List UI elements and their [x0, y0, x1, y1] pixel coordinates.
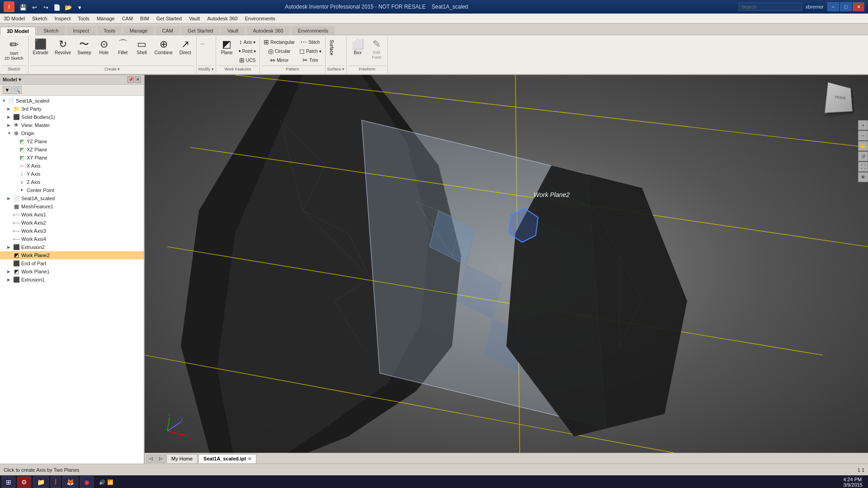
tree-item-mesh-feature1[interactable]: ▦ MeshFeature1: [0, 202, 144, 211]
firefox-button[interactable]: 🦊: [62, 476, 78, 488]
maximize-button[interactable]: □: [840, 2, 852, 11]
tree-expand[interactable]: [13, 164, 18, 168]
vp-tab-close[interactable]: ✕: [248, 456, 251, 461]
menu-cam[interactable]: CAM: [118, 14, 137, 23]
menu-3d-model[interactable]: 3D Model: [0, 14, 28, 23]
tree-expand[interactable]: [7, 204, 13, 209]
vp-tab-forward[interactable]: ▷: [156, 455, 165, 463]
tree-item-x-axis[interactable]: ↔ X Axis: [0, 162, 144, 170]
viewport[interactable]: Work Plane2 HOME + − ✋ ↺ ⛶ 👁 X Y Z: [145, 75, 868, 464]
direct-button[interactable]: ↗ Direct: [176, 38, 194, 56]
tree-expand[interactable]: [7, 253, 13, 258]
menu-tools[interactable]: Tools: [74, 14, 93, 23]
qat-redo[interactable]: ↪: [41, 2, 51, 12]
tree-item-z-axis[interactable]: ↕ Z Axis: [0, 178, 144, 186]
viewcube[interactable]: HOME: [827, 84, 859, 116]
tree-expand[interactable]: ▶: [7, 269, 13, 274]
tree-expand[interactable]: [13, 188, 18, 192]
tree-expand[interactable]: ▶: [7, 107, 13, 111]
vp-tab-seat1a[interactable]: Seat1A_scaled.ipt ✕: [198, 454, 256, 463]
stitch-button[interactable]: ⋯ Stitch: [297, 38, 323, 46]
axis-button[interactable]: ↕ Axis ▾: [237, 38, 258, 46]
tree-item-work-plane1[interactable]: ▶ ◩ Work Plane1: [0, 267, 144, 276]
tree-item-work-axis4[interactable]: ⟵ Work Axis4: [0, 235, 144, 243]
menu-manage[interactable]: Manage: [93, 14, 118, 23]
tree-item-yz-plane[interactable]: ◩ YZ Plane: [0, 137, 144, 145]
tab-inspect[interactable]: Inspect: [66, 26, 96, 35]
tree-item-xz-plane[interactable]: ◩ XZ Plane: [0, 145, 144, 154]
vp-fit[interactable]: ⛶: [858, 162, 868, 172]
tab-vault[interactable]: Vault: [221, 26, 245, 35]
panel-pin-button[interactable]: 📌: [127, 76, 134, 83]
tree-expand[interactable]: ▶: [7, 196, 13, 201]
tree-item-origin[interactable]: ▼ ⊕ Origin: [0, 129, 144, 137]
box-button[interactable]: ⬜ Box: [349, 38, 367, 56]
tree-expand[interactable]: [7, 221, 13, 225]
menu-bim[interactable]: BIM: [137, 14, 153, 23]
qat-save[interactable]: 💾: [18, 2, 28, 12]
extrude-button[interactable]: ⬛ Extrude: [30, 38, 51, 56]
point-button[interactable]: • Point ▾: [237, 47, 258, 55]
sweep-button[interactable]: 〜 Sweep: [75, 38, 94, 56]
tab-environments[interactable]: Environments: [291, 26, 335, 35]
rectangular-button[interactable]: ⊞ Rectangular: [262, 38, 297, 46]
tree-item-work-axis1[interactable]: ⟵ Work Axis1: [0, 211, 144, 219]
tree-item-extrusion2[interactable]: ▶ ⬛ Extrusion2: [0, 243, 144, 251]
tree-item-work-axis2[interactable]: ⟵ Work Axis2: [0, 219, 144, 227]
ucs-button[interactable]: ⊞ UCS: [237, 56, 258, 64]
vp-pan[interactable]: ✋: [858, 141, 868, 151]
start-2d-sketch-button[interactable]: ✏ Start2D Sketch: [2, 38, 26, 62]
tab-cam[interactable]: CAM: [155, 26, 179, 35]
tree-expand[interactable]: [7, 212, 13, 217]
patch-button[interactable]: ◻ Patch ▾: [297, 47, 323, 55]
tree-expand[interactable]: [13, 139, 18, 144]
tree-item-work-plane2[interactable]: ◩ Work Plane2: [0, 251, 144, 259]
tree-item-seat1a-scaled[interactable]: ▼ 📄 Seat1A_scaled: [0, 97, 144, 105]
menu-vault[interactable]: Vault: [185, 14, 203, 23]
close-button[interactable]: ✕: [853, 2, 864, 11]
qat-undo[interactable]: ↩: [29, 2, 39, 12]
model-panel-title[interactable]: Model ▾: [3, 77, 21, 83]
tree-item-view-master[interactable]: ▶ 👁 View: Master: [0, 121, 144, 129]
filter-button[interactable]: ▼: [3, 86, 12, 94]
tree-expand[interactable]: ▶: [7, 277, 13, 282]
vp-look[interactable]: 👁: [858, 172, 868, 182]
inventor-taskbar-button[interactable]: ⚙: [17, 476, 31, 488]
vp-zoom-in[interactable]: +: [858, 120, 868, 130]
vp-tab-back[interactable]: ◁: [146, 455, 156, 463]
edit-form-button[interactable]: ✎ EditForm: [368, 38, 386, 61]
menu-get-started[interactable]: Get Started: [153, 14, 185, 23]
tab-sketch[interactable]: Sketch: [37, 26, 66, 35]
tab-manage[interactable]: Manage: [123, 26, 155, 35]
tree-item-end-of-part[interactable]: ⬛ End of Part: [0, 259, 144, 267]
tree-expand[interactable]: [13, 172, 18, 176]
qat-new[interactable]: 📄: [52, 2, 62, 12]
tree-item-solid-bodies[interactable]: ▶ ⬛ Solid Bodies(1): [0, 113, 144, 121]
trim-button[interactable]: ✂ Trim: [297, 56, 323, 64]
qat-customize[interactable]: ▾: [75, 2, 85, 12]
tree-item-xy-plane[interactable]: ◩ XY Plane: [0, 154, 144, 162]
vp-zoom-out[interactable]: −: [858, 131, 868, 141]
search-in-tree-button[interactable]: 🔍: [13, 86, 22, 94]
windows-start-button[interactable]: ⊞: [2, 476, 15, 488]
tree-expand[interactable]: [13, 180, 18, 184]
circular-button[interactable]: ◎ Circular: [262, 47, 297, 55]
tree-expand[interactable]: ▼: [2, 99, 7, 103]
tab-tools[interactable]: Tools: [97, 26, 122, 35]
file-explorer-button[interactable]: 📁: [33, 476, 49, 488]
tree-item-3rd-party[interactable]: ▶ 📁 3rd Party: [0, 105, 144, 113]
qat-open[interactable]: 📂: [63, 2, 73, 12]
tree-expand[interactable]: [13, 147, 18, 152]
menu-inspect[interactable]: Inspect: [51, 14, 74, 23]
tree-item-work-axis3[interactable]: ⟵ Work Axis3: [0, 227, 144, 235]
tree-expand[interactable]: ▶: [7, 115, 13, 119]
tab-autodesk-360[interactable]: Autodesk 360: [246, 26, 290, 35]
vp-tab-my-home[interactable]: My Home: [166, 454, 198, 463]
viewcube-box[interactable]: HOME: [825, 82, 853, 113]
mirror-button[interactable]: ⇔ Mirror: [262, 56, 297, 64]
app5-button[interactable]: ◉: [80, 476, 94, 488]
menu-environments[interactable]: Environments: [241, 14, 278, 23]
tree-expand[interactable]: [7, 229, 13, 233]
tree-expand[interactable]: ▶: [7, 245, 13, 249]
tree-expand[interactable]: [13, 155, 18, 160]
